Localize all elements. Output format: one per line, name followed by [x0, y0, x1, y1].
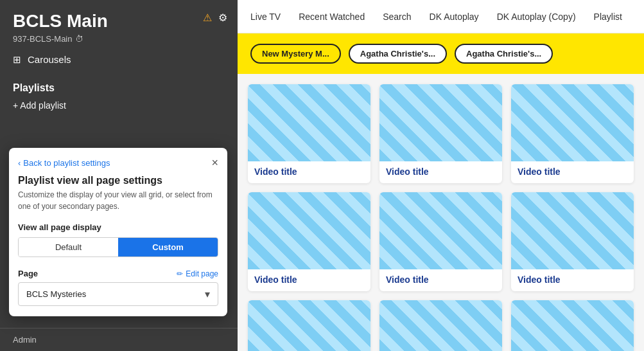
yellow-banner: New Mystery M... Agatha Christie's... Ag…	[238, 33, 644, 74]
sidebar: BCLS Main 937-BCLS-Main ⏱ ⚠ ⚙ ⊞ Carousel…	[0, 0, 238, 351]
edit-page-button[interactable]: ✏ Edit page	[177, 269, 218, 278]
video-card-1-1[interactable]: Video title	[379, 192, 502, 291]
sidebar-footer: Admin	[0, 328, 238, 351]
video-thumb-1-0	[248, 192, 370, 269]
edit-page-label: Edit page	[186, 269, 218, 278]
settings-icon[interactable]: ⚙	[218, 12, 227, 24]
video-thumb-0-1	[379, 84, 502, 161]
main-content: Live TV Recent Watched Search DK Autopla…	[238, 0, 644, 351]
view-all-display-label: View all page display	[9, 220, 227, 237]
thumb-stripes	[379, 300, 502, 351]
thumb-stripes	[511, 300, 634, 351]
video-thumb-1-2	[511, 192, 634, 269]
page-select-value: BCLS Mysteries	[26, 289, 86, 299]
popup-description: Customize the display of your view all g…	[9, 189, 227, 220]
back-label: Back to playlist settings	[23, 158, 110, 168]
carousels-label: Carousels	[28, 54, 71, 65]
sidebar-icon-group: ⚠ ⚙	[203, 12, 227, 24]
page-select-dropdown[interactable]: BCLS Mysteries ▾	[18, 282, 218, 306]
video-card-0-0[interactable]: Video title	[248, 84, 370, 183]
video-card-2-0[interactable]: Video title	[248, 300, 370, 351]
nav-playlist[interactable]: Playlist	[594, 9, 622, 24]
thumb-stripes	[248, 84, 370, 161]
content-area: New Mystery M... Agatha Christie's... Ag…	[238, 33, 644, 351]
popup-close-button[interactable]: ×	[211, 157, 218, 168]
video-card-1-0[interactable]: Video title	[248, 192, 370, 291]
nav-dk-autoplay[interactable]: DK Autoplay	[430, 9, 479, 24]
sidebar-item-carousels[interactable]: ⊞ Carousels	[0, 48, 238, 72]
video-card-2-2[interactable]: Video title	[511, 300, 634, 351]
subtitle-text: 937-BCLS-Main	[13, 34, 73, 44]
banner-chip-1[interactable]: Agatha Christie's...	[349, 44, 447, 64]
video-card-1-2[interactable]: Video title	[511, 192, 634, 291]
video-thumb-2-2	[511, 300, 634, 351]
clock-icon: ⏱	[75, 34, 83, 44]
top-nav: Live TV Recent Watched Search DK Autopla…	[238, 0, 644, 33]
nav-recent-watched[interactable]: Recent Watched	[299, 9, 365, 24]
admin-label: Admin	[13, 335, 37, 345]
video-card-0-1[interactable]: Video title	[379, 84, 502, 183]
sidebar-subtitle: 937-BCLS-Main ⏱	[13, 34, 225, 44]
dropdown-arrow-icon: ▾	[205, 288, 210, 300]
video-thumb-0-0	[248, 84, 370, 161]
thumb-stripes	[511, 84, 634, 161]
video-title-1-2: Video title	[511, 269, 634, 291]
video-title-1-0: Video title	[248, 269, 370, 291]
custom-toggle-button[interactable]: Custom	[118, 238, 218, 256]
video-grid: Video title Video title Video title Vide…	[238, 74, 644, 351]
video-card-2-1[interactable]: Video title	[379, 300, 502, 351]
video-title-1-1: Video title	[379, 269, 502, 291]
video-thumb-2-1	[379, 300, 502, 351]
pencil-icon: ✏	[177, 269, 183, 278]
popup-page-row: Page ✏ Edit page	[9, 266, 227, 282]
playlists-section-label: Playlists	[0, 72, 238, 96]
popup-title: Playlist view all page settings	[9, 168, 227, 189]
display-toggle: Default Custom	[18, 237, 218, 257]
default-toggle-button[interactable]: Default	[19, 238, 118, 256]
add-playlist-button[interactable]: + Add playlist	[0, 96, 238, 114]
video-thumb-2-0	[248, 300, 370, 351]
nav-live-tv[interactable]: Live TV	[250, 9, 281, 24]
nav-dk-autoplay-copy[interactable]: DK Autoplay (Copy)	[497, 9, 576, 24]
sidebar-title: BCLS Main	[13, 12, 225, 32]
video-title-0-0: Video title	[248, 161, 370, 183]
warning-icon[interactable]: ⚠	[203, 12, 212, 24]
nav-search[interactable]: Search	[383, 9, 411, 24]
video-thumb-0-2	[511, 84, 634, 161]
popup-header: ‹ Back to playlist settings ×	[9, 148, 227, 168]
banner-chip-2[interactable]: Agatha Christie's...	[455, 44, 553, 64]
back-chevron-icon: ‹	[18, 158, 21, 168]
playlist-settings-popup: ‹ Back to playlist settings × Playlist v…	[9, 148, 227, 316]
page-label: Page	[18, 269, 38, 278]
video-title-0-2: Video title	[511, 161, 634, 183]
video-card-0-2[interactable]: Video title	[511, 84, 634, 183]
thumb-stripes	[511, 192, 634, 269]
thumb-stripes	[248, 192, 370, 269]
video-title-0-1: Video title	[379, 161, 502, 183]
thumb-stripes	[379, 192, 502, 269]
grid-icon: ⊞	[13, 54, 21, 66]
add-playlist-label: + Add playlist	[13, 100, 66, 111]
thumb-stripes	[248, 300, 370, 351]
back-to-playlist-button[interactable]: ‹ Back to playlist settings	[18, 158, 110, 168]
thumb-stripes	[379, 84, 502, 161]
sidebar-header: BCLS Main 937-BCLS-Main ⏱	[0, 0, 238, 48]
video-thumb-1-1	[379, 192, 502, 269]
banner-chip-0[interactable]: New Mystery M...	[250, 44, 341, 64]
